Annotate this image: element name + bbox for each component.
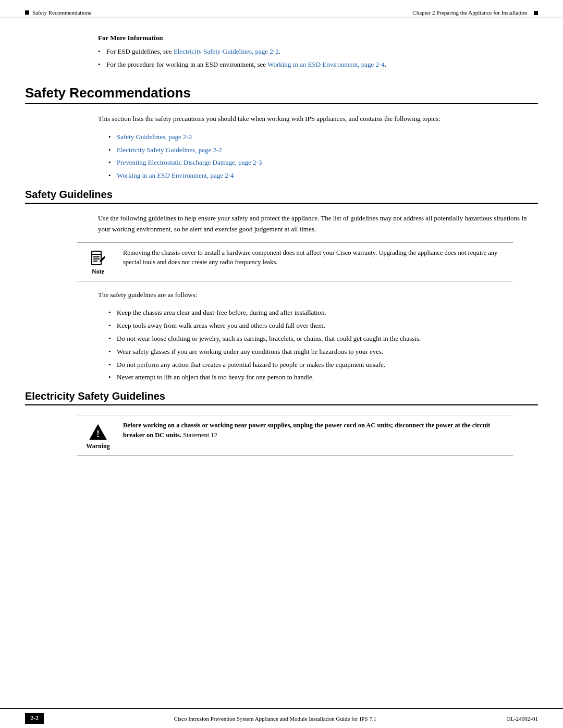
warning-text-plain: Statement 12 bbox=[181, 431, 217, 439]
for-more-info-section: For More Information For ESD guidelines,… bbox=[98, 34, 538, 69]
list-item: Do not wear loose clothing or jewelry, s… bbox=[108, 334, 538, 344]
list-item: Safety Guidelines, page 2-2 bbox=[108, 132, 538, 143]
electricity-safety-heading: Electricity Safety Guidelines bbox=[25, 390, 538, 405]
header-square-icon bbox=[25, 10, 29, 15]
warning-text-bold: Before working on a chassis or working n… bbox=[123, 422, 490, 439]
guidelines-list-intro: The safety guidelines are as follows: bbox=[98, 290, 538, 301]
note-pencil-icon bbox=[90, 250, 106, 267]
note-text: Removing the chassis cover to install a … bbox=[119, 248, 513, 268]
list-item: For the procedure for working in an ESD … bbox=[98, 59, 538, 70]
header-square-right-icon bbox=[534, 11, 538, 15]
safety-recommendations-heading: Safety Recommendations bbox=[25, 85, 538, 104]
list-item: Electricity Safety Guidelines, page 2-2 bbox=[108, 145, 538, 156]
page-number: 2-2 bbox=[25, 713, 44, 724]
note-icon-area: Note bbox=[77, 248, 119, 276]
list-item: Preventing Electrostatic Discharge Damag… bbox=[108, 157, 538, 168]
topic-link-1[interactable]: Safety Guidelines, page 2-2 bbox=[117, 133, 192, 141]
footer-center-text: Cisco Intrusion Prevention System Applia… bbox=[44, 715, 507, 722]
topic-link-2[interactable]: Electricity Safety Guidelines, page 2-2 bbox=[117, 146, 222, 154]
safety-guidelines-heading: Safety Guidelines bbox=[25, 189, 538, 204]
list-item: Wear safety glasses if you are working u… bbox=[108, 347, 538, 357]
warning-label: Warning bbox=[86, 442, 109, 450]
esd-environment-link[interactable]: Working in an ESD Environment, page 2-4 bbox=[267, 60, 385, 68]
page-header: Safety Recommendations Chapter 2 Prepari… bbox=[0, 0, 563, 18]
for-more-info-label: For More Information bbox=[98, 34, 538, 42]
safety-recommendations-intro: This section lists the safety precaution… bbox=[98, 114, 538, 125]
warning-icon-area: ! Warning bbox=[77, 421, 119, 450]
note-label: Note bbox=[92, 268, 104, 276]
topic-link-3[interactable]: Preventing Electrostatic Discharge Damag… bbox=[117, 158, 262, 166]
svg-text:!: ! bbox=[96, 429, 100, 439]
topics-list: Safety Guidelines, page 2-2 Electricity … bbox=[108, 132, 538, 181]
note-box: Note Removing the chassis cover to insta… bbox=[77, 242, 513, 281]
warning-text: Before working on a chassis or working n… bbox=[119, 421, 513, 440]
list-item: Working in an ESD Environment, page 2-4 bbox=[108, 170, 538, 181]
footer-right-text: OL-24002-01 bbox=[507, 715, 538, 722]
main-content: For More Information For ESD guidelines,… bbox=[0, 18, 563, 496]
list-item: Keep the chassis area clear and dust-fre… bbox=[108, 307, 538, 318]
topic-link-4[interactable]: Working in an ESD Environment, page 2-4 bbox=[117, 171, 234, 179]
svg-rect-0 bbox=[92, 251, 101, 265]
list-item: Never attempt to lift an object that is … bbox=[108, 372, 538, 383]
list-item: Do not perform any action that creates a… bbox=[108, 360, 538, 371]
page-footer: 2-2 Cisco Intrusion Prevention System Ap… bbox=[0, 708, 563, 728]
header-section-label: Safety Recommendations bbox=[25, 9, 91, 16]
guidelines-list: Keep the chassis area clear and dust-fre… bbox=[108, 307, 538, 383]
safety-guidelines-intro: Use the following guidelines to help ens… bbox=[98, 213, 538, 235]
warning-triangle-icon: ! bbox=[89, 423, 107, 441]
list-item: For ESD guidelines, see Electricity Safe… bbox=[98, 46, 538, 57]
warning-box: ! Warning Before working on a chassis or… bbox=[77, 415, 513, 456]
header-chapter-label: Chapter 2 Preparing the Appliance for In… bbox=[91, 9, 538, 16]
for-more-info-list: For ESD guidelines, see Electricity Safe… bbox=[98, 46, 538, 69]
esd-guidelines-link[interactable]: Electricity Safety Guidelines, page 2-2 bbox=[174, 47, 279, 55]
list-item: Keep tools away from walk areas where yo… bbox=[108, 320, 538, 331]
